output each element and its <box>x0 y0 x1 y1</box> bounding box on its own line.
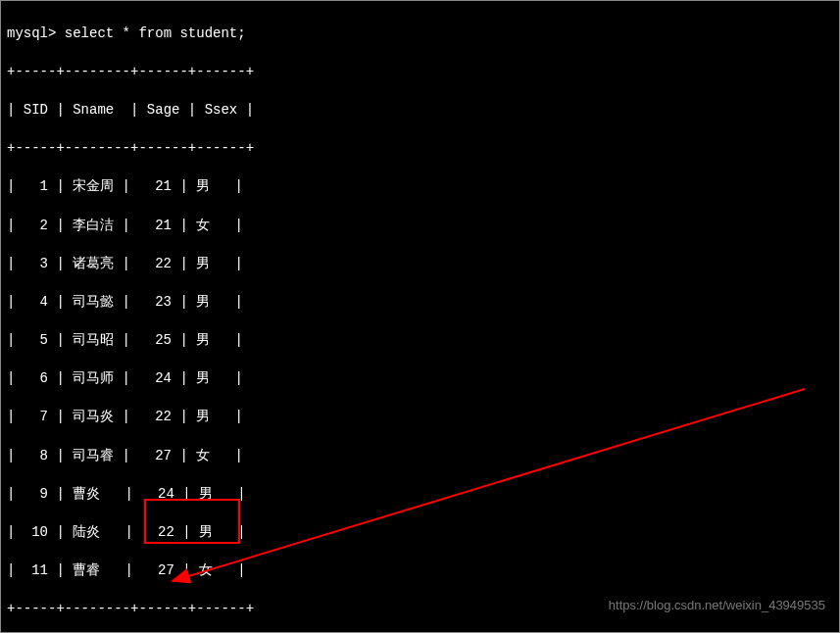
table-row: | 5 | 司马昭 | 25 | 男 | <box>7 331 833 351</box>
table-border-top: +-----+--------+------+------+ <box>7 63 833 82</box>
mysql-prompt-1: mysql> select * from student; <box>7 24 833 44</box>
table-row: | 4 | 司马懿 | 23 | 男 | <box>7 293 833 313</box>
watermark-text: https://blog.csdn.net/weixin_43949535 <box>609 597 825 614</box>
table-row: | 9 | 曹炎 | 24 | 男 | <box>7 485 833 505</box>
terminal-output: mysql> select * from student; +-----+---… <box>1 1 839 633</box>
table-row: | 8 | 司马睿 | 27 | 女 | <box>7 447 833 466</box>
table-row: | 6 | 司马师 | 24 | 男 | <box>7 369 833 389</box>
table-border-mid: +-----+--------+------+------+ <box>7 139 833 159</box>
table-row: | 7 | 司马炎 | 22 | 男 | <box>7 408 833 427</box>
table-row: | 3 | 诸葛亮 | 22 | 男 | <box>7 255 833 274</box>
table-row: | 2 | 李白洁 | 21 | 女 | <box>7 217 833 236</box>
table-header: | SID | Sname | Sage | Ssex | <box>7 101 833 121</box>
table-row: | 10 | 陆炎 | 22 | 男 | <box>7 523 833 543</box>
table-row: | 11 | 曹睿 | 27 | 女 | <box>7 561 833 581</box>
table-row: | 1 | 宋金周 | 21 | 男 | <box>7 177 833 197</box>
